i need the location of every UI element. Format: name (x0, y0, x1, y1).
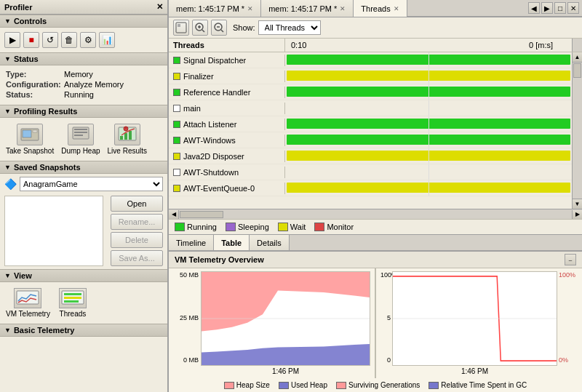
tab-threads-close[interactable]: ✕ (394, 5, 399, 12)
open-button[interactable]: Open (111, 196, 163, 212)
legend-wait-color (278, 223, 288, 231)
config-label: Configuration: (6, 80, 64, 89)
tab-nav-left[interactable]: ◀ (528, 2, 540, 14)
thread-color-indicator (173, 121, 180, 128)
svg-rect-4 (74, 129, 87, 130)
thread-row[interactable]: main (169, 100, 572, 116)
svg-marker-27 (202, 272, 370, 331)
snapshots-header: ▼ Saved Snapshots (0, 161, 167, 174)
time-end: 0 [m:s] (529, 41, 553, 49)
threads-zoom-fit[interactable] (173, 20, 189, 36)
save-as-button[interactable]: Save As... (111, 250, 163, 266)
memory-chart-canvas (201, 271, 370, 366)
legend-wait-label: Wait (290, 223, 306, 231)
thread-row[interactable]: AWT-Windows (169, 132, 572, 148)
legend-running-label: Running (187, 223, 217, 231)
threads-zoom-out[interactable] (211, 20, 227, 36)
thread-row[interactable]: Reference Handler (169, 84, 572, 100)
vm-telemetry-title: VM Telemetry Overview (175, 255, 264, 264)
snapshot-select[interactable]: AnagramGame (20, 177, 163, 191)
tab-mem-1-close[interactable]: ✕ (247, 5, 253, 12)
take-snapshot-item[interactable]: Take Snapshot (6, 124, 54, 155)
threads-panel: Show: All Threads Threads 0:10 0 [m:s] (169, 17, 582, 250)
vertical-scrollbar[interactable]: ▲ ▼ (572, 52, 582, 209)
panel-title: Profiler (4, 3, 33, 12)
panel-close-icon[interactable]: ✕ (156, 2, 163, 12)
basic-telemetry-header: ▼ Basic Telemetry (0, 324, 167, 337)
tab-timeline[interactable]: Timeline (169, 235, 214, 250)
tab-mem-2[interactable]: mem: 1:45:17 PM * ✕ (261, 0, 354, 17)
svg-line-23 (202, 30, 204, 32)
controls-arrow-icon: ▼ (4, 17, 11, 25)
gc-chart-area: 100% 5 0 (376, 268, 582, 378)
show-select[interactable]: All Threads (258, 20, 321, 35)
settings-button[interactable]: ⚙ (80, 32, 96, 48)
status-arrow-icon: ▼ (4, 55, 11, 63)
live-results-item[interactable]: Live Results (108, 124, 147, 155)
thread-row[interactable]: AWT-Shutdown (169, 164, 572, 180)
thread-name-text: Signal Dispatcher (183, 56, 246, 65)
scroll-thumb[interactable] (573, 63, 581, 78)
thread-row[interactable]: Attach Listener (169, 116, 572, 132)
dump-heap-item[interactable]: Dump Heap (61, 124, 100, 155)
snapshot-buttons: Open Rename... Delete Save As... (111, 196, 163, 266)
memory-chart-container: 50 MB 25 MB 0 MB (173, 271, 370, 375)
horizontal-scrollbar[interactable]: ◀ ▶ (169, 209, 582, 219)
thread-color-indicator (173, 137, 180, 144)
gc-x-label: 1:46 PM (392, 367, 557, 375)
stop-button[interactable]: ■ (23, 32, 39, 48)
tab-nav-maximize[interactable]: □ (554, 2, 566, 14)
tab-nav-right[interactable]: ▶ (541, 2, 553, 14)
thread-color-indicator (173, 57, 180, 64)
thread-row[interactable]: Signal Dispatcher (169, 52, 572, 68)
config-row: Configuration: Analyze Memory (6, 80, 162, 89)
gc-y-min: 0 (380, 356, 391, 364)
threads-view[interactable]: Threads (59, 288, 87, 318)
tab-table[interactable]: Table (214, 235, 250, 250)
h-scroll-thumb[interactable] (180, 211, 223, 218)
thread-name-text: Attach Listener (183, 120, 236, 129)
basic-telemetry-label: Basic Telemetry (14, 326, 75, 335)
scroll-down-arrow[interactable]: ▼ (573, 199, 582, 209)
thread-row[interactable]: Finalizer (169, 68, 572, 84)
status-row-value: Running (64, 90, 94, 99)
thread-color-indicator (173, 89, 180, 96)
tab-threads[interactable]: Threads ✕ (354, 0, 407, 17)
thread-name: Reference Handler (169, 87, 285, 98)
svg-rect-8 (120, 136, 123, 140)
thread-bar-area (285, 116, 572, 132)
vm-telemetry-minimize[interactable]: – (565, 254, 576, 265)
rename-button[interactable]: Rename... (111, 214, 163, 230)
tab-mem-1-label: mem: 1:45:17 PM * (176, 4, 244, 13)
threads-name-header: Threads (169, 39, 285, 52)
threads-label: Threads (60, 310, 87, 318)
thread-row[interactable]: Java2D Disposer (169, 148, 572, 164)
gc-y-max: 100% (380, 271, 391, 279)
snapshot-dropdown: 🔷 AnagramGame (4, 177, 163, 191)
tab-nav-close[interactable]: ✕ (567, 2, 579, 14)
chart-button[interactable]: 📊 (99, 32, 115, 48)
legend-monitor: Monitor (314, 223, 354, 231)
reset-button[interactable]: ↺ (42, 32, 58, 48)
view-header: ▼ View (0, 269, 167, 282)
scroll-left-arrow[interactable]: ◀ (169, 210, 179, 219)
basic-telemetry-arrow-icon: ▼ (4, 327, 11, 334)
bottom-tabs-bar: Timeline Table Details (169, 234, 582, 250)
delete-button[interactable]: 🗑 (61, 32, 77, 48)
vm-telemetry-panel: VM Telemetry Overview – 50 MB 25 MB 0 MB (169, 250, 582, 392)
take-snapshot-label: Take Snapshot (6, 147, 54, 155)
tab-details[interactable]: Details (250, 235, 290, 250)
vm-telemetry-view[interactable]: VM Telemetry (6, 288, 50, 318)
scroll-right-arrow[interactable]: ▶ (572, 210, 582, 219)
legend-used-heap-label: Used Heap (291, 381, 327, 389)
thread-row[interactable]: AWT-EventQueue-0 (169, 180, 572, 196)
scroll-up-arrow[interactable]: ▲ (573, 52, 582, 63)
threads-zoom-in[interactable] (192, 20, 208, 36)
run-button[interactable]: ▶ (4, 32, 20, 48)
tab-timeline-label: Timeline (176, 239, 206, 247)
tab-mem-2-close[interactable]: ✕ (340, 5, 346, 12)
tab-mem-2-label: mem: 1:45:17 PM * (268, 4, 337, 13)
right-panel: mem: 1:45:17 PM * ✕ mem: 1:45:17 PM * ✕ … (169, 0, 582, 392)
delete-snapshot-button[interactable]: Delete (111, 232, 163, 248)
tab-mem-1[interactable]: mem: 1:45:17 PM * ✕ (169, 0, 261, 17)
